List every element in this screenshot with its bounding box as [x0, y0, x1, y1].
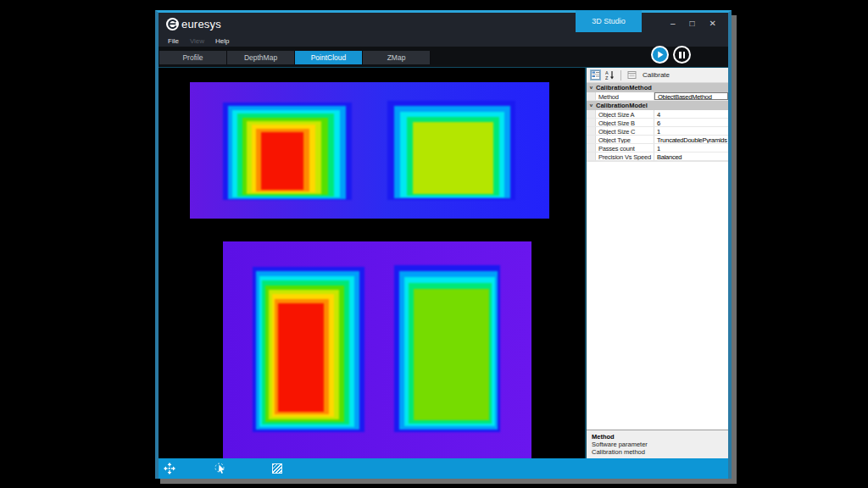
description-pane: Method Software parameter Calibration me… — [587, 430, 728, 458]
pyramid-top-face — [413, 122, 493, 194]
play-icon — [656, 51, 664, 58]
category-name: CalibrationModel — [596, 102, 648, 109]
property-value[interactable]: 1 — [654, 144, 728, 152]
row-gutter — [587, 119, 596, 126]
truncated-pyramid-object — [387, 101, 515, 200]
top-pointcloud-plane — [190, 82, 549, 219]
app-window: euresys 3D Studio – □ ✕ FileViewHelp Pro… — [155, 10, 732, 479]
row-gutter — [587, 144, 596, 152]
property-value[interactable]: 4 — [654, 110, 728, 118]
app-logo: euresys — [166, 18, 221, 30]
pyramid-top-face — [278, 303, 324, 412]
truncated-pyramid-object — [223, 103, 352, 200]
property-category[interactable]: vCalibrationModel — [587, 101, 728, 110]
pyramid-top-face — [414, 289, 489, 420]
calibrate-button[interactable]: Calibrate — [641, 71, 670, 79]
menu-item-view: View — [190, 37, 204, 45]
pause-button[interactable] — [673, 46, 691, 64]
description-title: Method — [592, 433, 723, 441]
select-cursor-icon[interactable] — [214, 463, 226, 478]
minimize-button[interactable]: – — [670, 19, 676, 28]
row-gutter — [587, 127, 596, 135]
property-row: Passes count1 — [587, 144, 728, 152]
row-gutter — [587, 92, 596, 100]
property-panel: A Z — [585, 68, 728, 458]
tab-depthmap[interactable]: DepthMap — [227, 51, 295, 64]
desktop-background: euresys 3D Studio – □ ✕ FileViewHelp Pro… — [0, 0, 868, 488]
property-row: Precision Vs SpeedBalanced — [587, 152, 728, 161]
property-row: Object TypeTruncatedDoublePyramids — [587, 136, 728, 144]
tab-zmap[interactable]: ZMap — [363, 51, 431, 64]
menu-item-file[interactable]: File — [168, 37, 179, 45]
property-category[interactable]: vCalibrationMethod — [587, 83, 728, 92]
close-button[interactable]: ✕ — [709, 19, 716, 28]
view-tab-bar: ProfileDepthMapPointCloudZMap — [159, 47, 728, 67]
truncated-pyramid-object — [253, 267, 364, 432]
categorized-icon[interactable] — [590, 69, 601, 80]
property-label[interactable]: Object Size A — [596, 110, 654, 118]
property-label[interactable]: Method — [596, 92, 654, 100]
description-line: Calibration method — [592, 448, 723, 456]
pan-icon[interactable] — [164, 463, 175, 478]
play-button[interactable] — [651, 46, 669, 64]
property-value[interactable]: Balanced — [654, 152, 728, 160]
property-label[interactable]: Object Size C — [596, 127, 654, 135]
property-value[interactable]: 1 — [654, 127, 728, 135]
collapse-chevron-icon[interactable]: v — [587, 83, 596, 92]
category-name: CalibrationMethod — [596, 84, 652, 92]
property-label[interactable]: Object Type — [596, 136, 654, 143]
property-label[interactable]: Precision Vs Speed — [596, 152, 654, 160]
pointcloud-canvas[interactable] — [159, 68, 585, 458]
logo-text: euresys — [181, 18, 221, 30]
status-bar — [159, 458, 728, 479]
property-row: Object Size A4 — [587, 110, 728, 119]
collapse-chevron-icon[interactable]: v — [587, 101, 596, 110]
property-value[interactable]: ObjectBasedMethod — [654, 92, 728, 100]
property-row: Object Size B6 — [587, 119, 728, 127]
property-grid-empty-area — [587, 162, 728, 430]
euresys-logo-icon — [166, 18, 179, 30]
property-value[interactable]: 6 — [654, 119, 728, 126]
row-gutter — [587, 110, 596, 118]
bottom-pointcloud-plane — [223, 241, 531, 458]
property-toolbar: A Z — [587, 68, 728, 83]
title-bar: euresys 3D Studio – □ ✕ — [159, 13, 728, 35]
svg-text:Z: Z — [605, 75, 609, 80]
property-row: Object Size C1 — [587, 127, 728, 136]
pause-icon — [679, 52, 682, 58]
property-label[interactable]: Passes count — [596, 144, 654, 152]
truncated-pyramid-object — [394, 265, 500, 432]
description-line: Software parameter — [592, 441, 723, 448]
menu-bar: FileViewHelp — [159, 35, 728, 47]
property-row: MethodObjectBasedMethod — [587, 92, 728, 101]
main-content: A Z — [159, 67, 728, 458]
toolbar-separator — [620, 70, 621, 80]
alphabetical-sort-icon[interactable]: A Z — [604, 69, 615, 80]
tab-pointcloud[interactable]: PointCloud — [295, 51, 363, 64]
app-tab-3d-studio[interactable]: 3D Studio — [576, 10, 642, 32]
menu-item-help[interactable]: Help — [215, 37, 229, 45]
pyramid-top-face — [261, 132, 303, 190]
maximize-button[interactable]: □ — [690, 19, 695, 28]
tab-profile[interactable]: Profile — [159, 51, 227, 64]
property-pages-icon[interactable] — [626, 69, 637, 80]
property-label[interactable]: Object Size B — [596, 119, 654, 126]
property-grid: vCalibrationMethodMethodObjectBasedMetho… — [587, 83, 728, 162]
row-gutter — [587, 136, 596, 143]
fill-pattern-icon[interactable] — [272, 463, 282, 474]
row-gutter — [587, 152, 596, 160]
property-value[interactable]: TruncatedDoublePyramids — [654, 136, 728, 143]
